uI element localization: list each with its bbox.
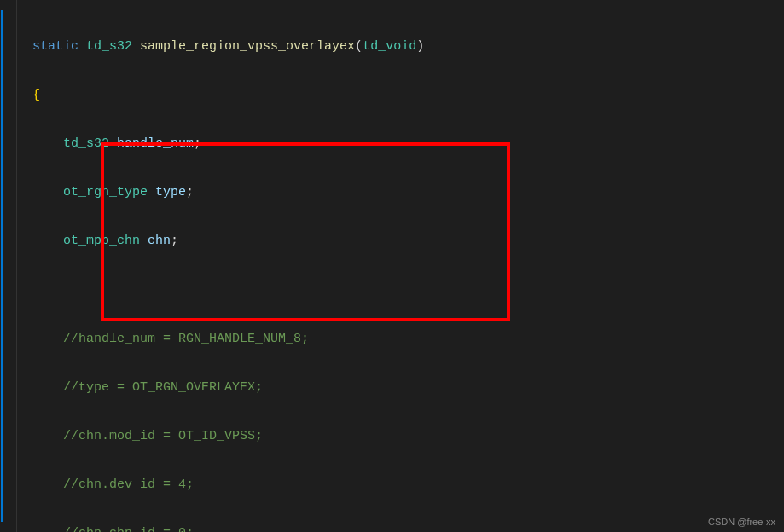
code-line: //chn.mod_id = OT_ID_VPSS;: [32, 425, 784, 449]
code-line: ot_rgn_type type;: [32, 181, 784, 205]
comment-line: //chn.mod_id = OT_ID_VPSS;: [63, 429, 263, 443]
code-line: td_s32 handle_num;: [32, 132, 784, 157]
gutter: [0, 0, 17, 532]
decl-type: ot_rgn_type: [63, 185, 148, 200]
open-brace: {: [32, 88, 40, 102]
rparen: ): [416, 39, 424, 54]
ret-type: td_s32: [86, 39, 132, 54]
comment-line: //type = OT_RGN_OVERLAYEX;: [63, 380, 263, 395]
comment-line: //chn.dev_id = 4;: [63, 477, 194, 492]
decl-var: type: [155, 185, 186, 200]
decl-type: td_s32: [63, 136, 109, 151]
code-line: //chn.chn_id = 0;: [32, 522, 784, 532]
semi: ;: [194, 136, 201, 151]
decl-var: handle_num: [117, 136, 194, 151]
decl-var: chn: [148, 234, 171, 248]
code-line: [32, 279, 784, 304]
code-line: static td_s32 sample_region_vpss_overlay…: [32, 35, 784, 60]
code-line: //handle_num = RGN_HANDLE_NUM_8;: [32, 327, 784, 352]
semi: ;: [171, 234, 178, 248]
semi: ;: [186, 185, 194, 200]
code-editor: static td_s32 sample_region_vpss_overlay…: [0, 0, 784, 532]
code-line: ot_mpp_chn chn;: [32, 229, 784, 254]
comment-line: //handle_num = RGN_HANDLE_NUM_8;: [63, 332, 309, 346]
watermark-text: CSDN @free-xx: [708, 517, 775, 527]
param-type: td_void: [363, 39, 416, 54]
lparen: (: [355, 39, 363, 54]
code-line: //type = OT_RGN_OVERLAYEX;: [32, 376, 784, 401]
code-area: static td_s32 sample_region_vpss_overlay…: [17, 0, 784, 532]
kw-static: static: [32, 39, 78, 54]
comment-line: //chn.chn_id = 0;: [63, 526, 194, 532]
fn-name: sample_region_vpss_overlayex: [140, 39, 355, 54]
code-line: {: [32, 84, 784, 108]
code-line: //chn.dev_id = 4;: [32, 473, 784, 498]
decl-type: ot_mpp_chn: [63, 234, 140, 248]
